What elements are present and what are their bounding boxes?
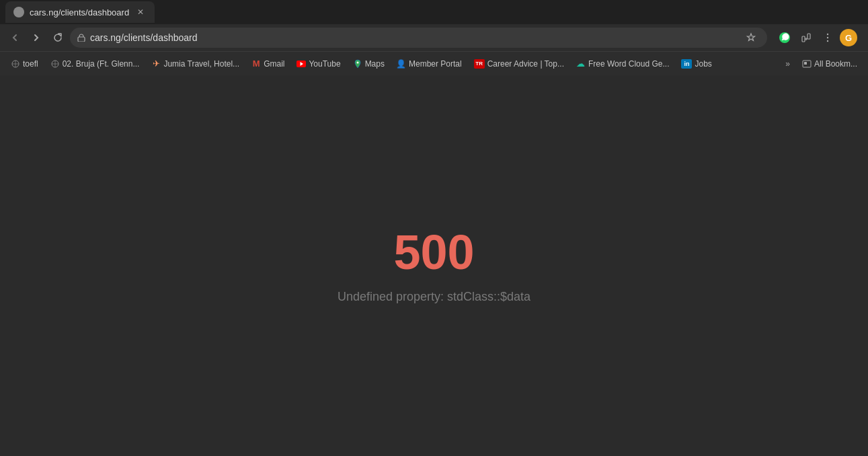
- back-button[interactable]: [5, 28, 24, 47]
- all-bookmarks-button[interactable]: All Bookm...: [797, 56, 863, 71]
- chrome-menu-button[interactable]: [818, 28, 837, 47]
- bookmark-maps-favicon: [353, 59, 362, 69]
- svg-point-6: [827, 37, 828, 38]
- bookmark-bruja-label: 02. Bruja (Ft. Glenn...: [63, 59, 140, 69]
- user-avatar[interactable]: G: [840, 29, 857, 46]
- bookmark-jumia[interactable]: ✈ Jumia Travel, Hotel...: [146, 56, 245, 71]
- error-code: 500: [393, 228, 474, 276]
- address-text: cars.ng/clients/dashboard: [90, 32, 738, 43]
- bookmark-jobs[interactable]: in Jobs: [676, 56, 717, 71]
- svg-rect-1: [78, 37, 85, 42]
- bookmark-jobs-label: Jobs: [695, 59, 711, 69]
- tab-close-button[interactable]: ✕: [134, 6, 147, 18]
- star-button[interactable]: [742, 28, 760, 47]
- bookmark-career-advice[interactable]: TR Career Advice | Top...: [469, 56, 569, 71]
- all-bookmarks-label: All Bookm...: [814, 59, 857, 69]
- whatsapp-button[interactable]: [775, 28, 794, 47]
- tab-favicon: [13, 7, 24, 17]
- reload-button[interactable]: [48, 28, 67, 47]
- extensions-button[interactable]: [797, 28, 816, 47]
- bookmark-bruja[interactable]: 02. Bruja (Ft. Glenn...: [45, 56, 145, 71]
- bookmark-career-advice-label: Career Advice | Top...: [487, 59, 564, 69]
- bookmark-jobs-favicon: in: [681, 59, 692, 69]
- address-bar[interactable]: cars.ng/clients/dashboard: [70, 28, 767, 48]
- navigation-bar: cars.ng/clients/dashboard G: [0, 24, 868, 51]
- bookmark-youtube-label: YouTube: [309, 59, 340, 69]
- active-tab[interactable]: cars.ng/clients/dashboard ✕: [5, 1, 155, 23]
- tab-title: cars.ng/clients/dashboard: [30, 7, 129, 17]
- svg-rect-4: [807, 34, 810, 39]
- tab-bar: cars.ng/clients/dashboard ✕: [0, 0, 868, 24]
- bookmark-gmail-favicon: M: [251, 59, 261, 69]
- error-message: Undefined property: stdClass::$data: [338, 290, 530, 304]
- bookmark-toefl-favicon: [11, 59, 20, 69]
- svg-point-12: [356, 61, 358, 63]
- bookmark-bruja-favicon: [50, 59, 60, 69]
- bookmark-jumia-favicon: ✈: [151, 59, 161, 69]
- browser-chrome: cars.ng/clients/dashboard ✕ cars.ng/clie…: [0, 0, 868, 75]
- bookmark-career-advice-favicon: TR: [474, 59, 485, 69]
- bookmark-jumia-label: Jumia Travel, Hotel...: [163, 59, 239, 69]
- bookmark-maps-label: Maps: [365, 59, 385, 69]
- svg-point-5: [827, 34, 828, 35]
- bookmark-word-cloud[interactable]: ☁ Free Word Cloud Ge...: [571, 56, 675, 71]
- bookmark-youtube[interactable]: YouTube: [291, 56, 346, 71]
- bookmark-gmail-label: Gmail: [264, 59, 284, 69]
- svg-point-7: [827, 40, 828, 42]
- bookmark-word-cloud-favicon: ☁: [576, 59, 586, 69]
- address-actions: [742, 28, 760, 47]
- bookmark-member-portal-label: Member Portal: [409, 59, 462, 69]
- bookmark-youtube-favicon: [297, 59, 306, 69]
- bookmarks-bar: toefl 02. Bruja (Ft. Glenn... ✈ Jumia Tr…: [0, 51, 868, 75]
- page-content: 500 Undefined property: stdClass::$data: [0, 75, 868, 456]
- svg-rect-14: [804, 62, 807, 65]
- svg-rect-3: [802, 36, 805, 42]
- bookmark-maps[interactable]: Maps: [348, 56, 390, 71]
- bookmark-member-portal[interactable]: 👤 Member Portal: [391, 56, 467, 71]
- more-bookmarks-button[interactable]: »: [780, 56, 795, 71]
- browser-actions: G: [770, 28, 863, 47]
- bookmark-member-portal-favicon: 👤: [397, 59, 406, 69]
- forward-button[interactable]: [27, 28, 46, 47]
- bookmark-word-cloud-label: Free Word Cloud Ge...: [588, 59, 670, 69]
- bookmark-gmail[interactable]: M Gmail: [246, 56, 290, 71]
- bookmark-toefl-label: toefl: [23, 59, 38, 69]
- bookmark-toefl[interactable]: toefl: [5, 56, 44, 71]
- security-lock-icon: [77, 33, 86, 42]
